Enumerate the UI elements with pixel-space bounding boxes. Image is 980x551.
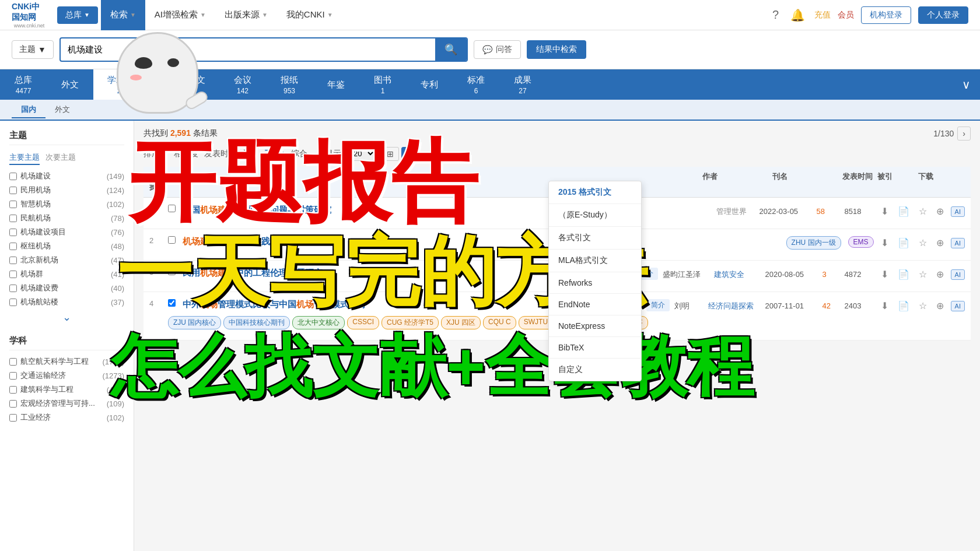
sidebar-topic-item-3[interactable]: 智慧机场 (102) [9, 199, 124, 209]
dropdown-item-custom[interactable]: 自定义 [549, 359, 641, 381]
result-4-share-button[interactable]: ⊕ [934, 299, 946, 313]
tab-book[interactable]: 图书 1 [359, 69, 406, 100]
sidebar-topic-more-button[interactable]: ⌄ [9, 311, 124, 324]
list-view-button[interactable]: ≡ [401, 147, 416, 161]
sidebar-topic-checkbox-4[interactable] [9, 215, 17, 222]
result-2-download-button[interactable]: ⬇ [878, 236, 891, 250]
sidebar-subject-checkbox-5[interactable] [9, 414, 17, 422]
results-next-page-button[interactable]: › [957, 127, 971, 141]
result-4-download-button[interactable]: ⬇ [878, 299, 891, 313]
sidebar-topic-checkbox-5[interactable] [9, 229, 17, 236]
sidebar-topic-item-7[interactable]: 北京新机场 (47) [9, 255, 124, 265]
sidebar-topic-checkbox-3[interactable] [9, 201, 17, 208]
result-1-download-button[interactable]: ⬇ [878, 205, 891, 218]
my-cnki-nav-item[interactable]: 我的CNKI ▼ [277, 0, 342, 30]
result-1-checkbox[interactable] [168, 205, 176, 212]
tab-conference[interactable]: 会议 142 [219, 69, 266, 100]
tab-newspaper[interactable]: 报纸 953 [266, 69, 313, 100]
sidebar-sub-tab-secondary[interactable]: 次要主题 [46, 151, 76, 165]
display-count-select[interactable]: 20 50 [347, 146, 376, 161]
sub-tab-domestic[interactable]: 国内 [12, 102, 46, 118]
result-4-checkbox[interactable] [168, 299, 176, 307]
sort-date[interactable]: 发表时间 [204, 149, 237, 159]
result-2-star-button[interactable]: ☆ [916, 236, 929, 250]
qa-button[interactable]: 💬 问答 [474, 40, 521, 59]
result-3-download-button[interactable]: ⬇ [878, 268, 891, 281]
result-4-pdf-button[interactable]: 📄 [895, 299, 912, 313]
sidebar-topic-item-5[interactable]: 机场建设项目 (76) [9, 227, 124, 237]
dropdown-item-estudy[interactable]: （原E-Study） [549, 204, 641, 227]
help-icon[interactable]: ? [770, 6, 781, 24]
dropdown-item-geshi[interactable]: 各式引文 [549, 227, 641, 250]
result-4-star-button[interactable]: ☆ [916, 299, 929, 313]
tab-zongku[interactable]: 总库 4477 [0, 69, 47, 100]
dropdown-item-noteexpress[interactable]: NoteExpress [549, 315, 641, 337]
search-type-button[interactable]: 主题 ▼ [12, 40, 54, 59]
sidebar-subject-item-4[interactable]: 宏观经济管理与可持... (109) [9, 398, 124, 409]
result-2-checkbox[interactable] [168, 236, 176, 244]
dropdown-item-endnote[interactable]: EndNote [549, 294, 641, 315]
sidebar-subject-checkbox-1[interactable] [9, 358, 17, 366]
sort-download[interactable]: 下载↓ [265, 149, 285, 159]
sidebar-topic-item-6[interactable]: 枢纽机场 (48) [9, 241, 124, 251]
dropdown-item-2015[interactable]: 2015 格式引文 [549, 181, 641, 204]
sidebar-subject-checkbox-4[interactable] [9, 400, 17, 408]
sidebar-topic-item-2[interactable]: 民用机场 (124) [9, 185, 124, 195]
sidebar-subject-item-1[interactable]: 航空航天科学与工程 (1714) [9, 356, 124, 367]
dropdown-item-bibtex[interactable]: BibTeX [549, 337, 641, 359]
result-1-pdf-button[interactable]: 📄 [895, 205, 912, 218]
tab-patent[interactable]: 专利 [406, 69, 453, 100]
sort-cited[interactable]: 被引 [243, 149, 259, 159]
result-2-pdf-button[interactable]: 📄 [895, 236, 912, 250]
sidebar-subject-item-2[interactable]: 交通运输经济 (1273) [9, 370, 124, 381]
sidebar-subject-checkbox-2[interactable] [9, 372, 17, 380]
sort-comprehensive[interactable]: 综合 [291, 149, 307, 159]
tab-result[interactable]: 成果 27 [499, 69, 546, 100]
result-3-checkbox[interactable] [168, 268, 176, 275]
sidebar-topic-item-10[interactable]: 机场航站楼 (37) [9, 297, 124, 307]
recharge-button[interactable]: 充值 [814, 10, 831, 20]
result-2-title[interactable]: 机场建设进度管理实践 [183, 236, 777, 247]
personal-login-button[interactable]: 个人登录 [918, 6, 968, 24]
result-1-star-button[interactable]: ☆ [916, 205, 929, 218]
tab-standard[interactable]: 标准 6 [453, 69, 499, 100]
sidebar-topic-item-9[interactable]: 机场建设费 (40) [9, 283, 124, 293]
sidebar-sub-tab-main[interactable]: 主要主题 [9, 151, 40, 165]
sidebar-topic-checkbox-6[interactable] [9, 243, 17, 250]
inst-login-button[interactable]: 机构登录 [861, 6, 911, 24]
notification-icon[interactable]: 🔔 [788, 6, 807, 24]
ai-search-nav-item[interactable]: AI增强检索 ▼ [145, 0, 215, 30]
result-search-button[interactable]: 结果中检索 [527, 40, 586, 59]
sidebar-subject-item-3[interactable]: 建筑科学与工程 (403) [9, 384, 124, 395]
sidebar-topic-checkbox-1[interactable] [9, 173, 17, 180]
sidebar-topic-checkbox-8[interactable] [9, 271, 17, 278]
sidebar-subject-item-5[interactable]: 工业经济 (102) [9, 412, 124, 423]
sidebar-topic-checkbox-10[interactable] [9, 299, 17, 306]
dropdown-item-mla[interactable]: MLA格式引文 [549, 250, 641, 272]
dropdown-item-refworks[interactable]: Refworks [549, 272, 641, 294]
sidebar-topic-item-8[interactable]: 机场群 (41) [9, 269, 124, 279]
search-submit-button[interactable]: 🔍 [435, 38, 467, 61]
tab-foreign[interactable]: 外文 [47, 69, 93, 100]
main-library-button[interactable]: 总库 ▼ [57, 6, 98, 24]
result-3-star-button[interactable]: ☆ [916, 268, 929, 281]
sidebar-topic-item-1[interactable]: 机场建设 (149) [9, 171, 124, 181]
member-button[interactable]: 会员 [838, 10, 854, 20]
sidebar-topic-checkbox-7[interactable] [9, 257, 17, 264]
sub-tab-foreign[interactable]: 外文 [46, 102, 79, 118]
sort-relevance[interactable]: 相关度 [174, 149, 198, 159]
sidebar-topic-item-4[interactable]: 民航机场 (78) [9, 213, 124, 223]
tab-more-button[interactable]: ∨ [953, 69, 980, 100]
sidebar-subject-checkbox-3[interactable] [9, 386, 17, 394]
result-3-pdf-button[interactable]: 📄 [895, 268, 912, 281]
grid-view-button[interactable]: ⊞ [382, 147, 399, 161]
result-1-share-button[interactable]: ⊕ [934, 205, 946, 218]
sidebar-topic-checkbox-9[interactable] [9, 285, 17, 292]
source-nav-item[interactable]: 出版来源 ▼ [215, 0, 277, 30]
result-4-abstract-btn[interactable]: 简介 [646, 299, 670, 311]
sidebar-topic-checkbox-2[interactable] [9, 187, 17, 194]
result-3-share-button[interactable]: ⊕ [934, 268, 946, 281]
result-2-share-button[interactable]: ⊕ [934, 236, 946, 250]
search-nav-item[interactable]: 检索 ▼ [101, 0, 145, 30]
tab-yearbook[interactable]: 年鉴 [313, 69, 359, 100]
